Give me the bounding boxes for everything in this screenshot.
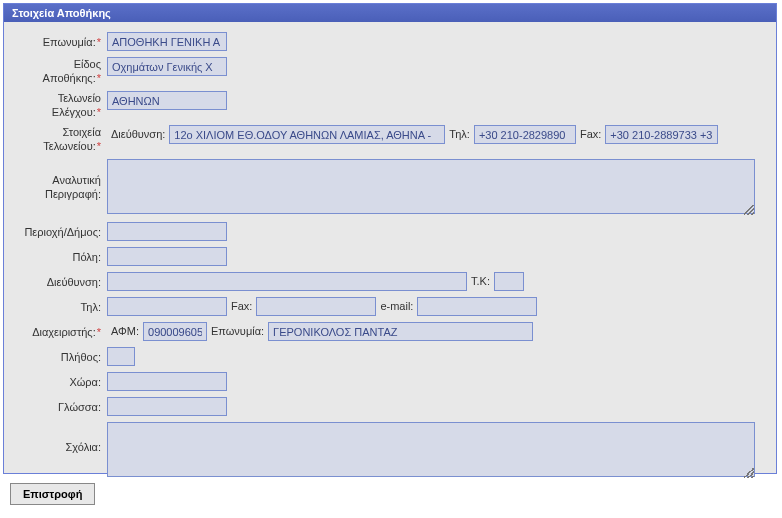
label-dieythinsi2: Διεύθυνση:: [12, 272, 107, 289]
sublabel-fax: Fax:: [576, 125, 605, 140]
sxolia-textarea[interactable]: [107, 422, 755, 477]
label-perioxi: Περιοχή/Δήμος:: [12, 222, 107, 239]
glossa-field[interactable]: [107, 397, 227, 416]
sublabel-eponymia2: Επωνυμία:: [207, 322, 268, 337]
teloneio-field[interactable]: [107, 91, 227, 110]
perioxi-field[interactable]: [107, 222, 227, 241]
button-bar: Επιστροφή: [0, 477, 782, 511]
label-til2: Τηλ:: [12, 297, 107, 314]
fax-field[interactable]: [256, 297, 376, 316]
xora-field[interactable]: [107, 372, 227, 391]
teloneio-fax-field[interactable]: [605, 125, 718, 144]
label-glossa: Γλώσσα:: [12, 397, 107, 414]
eidos-apothikis-field[interactable]: [107, 57, 227, 76]
sublabel-tk: Τ.Κ:: [467, 272, 494, 287]
label-stoixeia-teloneiou: Στοιχεία Τελωνείου:*: [12, 125, 107, 153]
warehouse-panel: Στοιχεία Αποθήκης Επωνυμία:* Είδος Αποθή…: [3, 3, 777, 474]
panel-title: Στοιχεία Αποθήκης: [4, 4, 776, 22]
til-field[interactable]: [107, 297, 227, 316]
label-poli: Πόλη:: [12, 247, 107, 264]
panel-body: Επωνυμία:* Είδος Αποθήκης:* Τελωνείο Ελέ…: [4, 22, 776, 495]
analytiki-textarea[interactable]: [107, 159, 755, 214]
label-diaxeiristis: Διαχειριστής:*: [12, 322, 107, 339]
poli-field[interactable]: [107, 247, 227, 266]
mgr-eponymia-field[interactable]: [268, 322, 533, 341]
eponymia-field[interactable]: [107, 32, 227, 51]
label-plithos: Πλήθος:: [12, 347, 107, 364]
sublabel-fax2: Fax:: [227, 297, 256, 312]
sublabel-email: e-mail:: [376, 297, 417, 312]
email-field[interactable]: [417, 297, 537, 316]
afm-field[interactable]: [143, 322, 207, 341]
dieythinsi-field[interactable]: [107, 272, 467, 291]
tk-field[interactable]: [494, 272, 524, 291]
label-eidos: Είδος Αποθήκης:*: [12, 57, 107, 85]
label-analytiki: Αναλυτική Περιγραφή:: [12, 159, 107, 201]
label-xora: Χώρα:: [12, 372, 107, 389]
label-sxolia: Σχόλια:: [12, 422, 107, 454]
sublabel-afm: ΑΦΜ:: [107, 322, 143, 337]
teloneio-til-field[interactable]: [474, 125, 576, 144]
sublabel-til: Τηλ:: [445, 125, 474, 140]
label-teloneio: Τελωνείο Ελέγχου:*: [12, 91, 107, 119]
sublabel-dieythinsi: Διεύθυνση:: [107, 125, 169, 140]
teloneio-addr-field[interactable]: [169, 125, 445, 144]
label-eponymia: Επωνυμία:*: [12, 32, 107, 49]
back-button[interactable]: Επιστροφή: [10, 483, 95, 505]
plithos-field[interactable]: [107, 347, 135, 366]
